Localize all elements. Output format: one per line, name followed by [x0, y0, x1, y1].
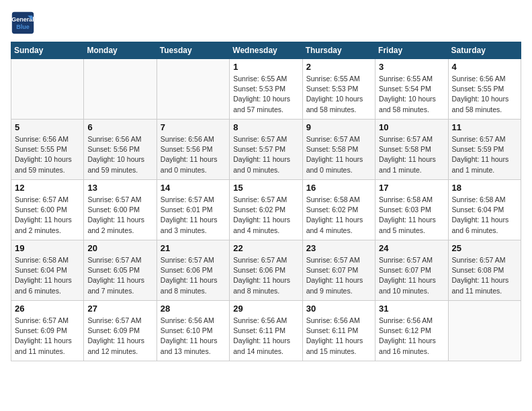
calendar-day-cell: 8Sunrise: 6:57 AM Sunset: 5:57 PM Daylig…	[230, 120, 302, 180]
day-number: 14	[161, 183, 226, 193]
calendar-day-cell: 6Sunrise: 6:56 AM Sunset: 5:56 PM Daylig…	[84, 120, 157, 180]
day-number: 29	[233, 304, 298, 314]
calendar-day-cell: 25Sunrise: 6:57 AM Sunset: 6:08 PM Dayli…	[448, 240, 521, 301]
day-number: 31	[379, 304, 444, 314]
day-info: Sunrise: 6:57 AM Sunset: 6:08 PM Dayligh…	[452, 255, 517, 296]
day-info: Sunrise: 6:58 AM Sunset: 6:02 PM Dayligh…	[306, 195, 371, 236]
day-number: 8	[233, 122, 298, 132]
calendar-day-cell	[84, 59, 157, 120]
day-info: Sunrise: 6:58 AM Sunset: 6:03 PM Dayligh…	[379, 195, 444, 236]
day-number: 13	[87, 183, 152, 193]
weekday-header: Friday	[375, 42, 448, 59]
day-info: Sunrise: 6:57 AM Sunset: 6:09 PM Dayligh…	[87, 316, 152, 357]
calendar-day-cell: 7Sunrise: 6:56 AM Sunset: 5:56 PM Daylig…	[157, 120, 229, 180]
calendar-week-row: 19Sunrise: 6:58 AM Sunset: 6:04 PM Dayli…	[11, 240, 521, 301]
calendar-week-row: 12Sunrise: 6:57 AM Sunset: 6:00 PM Dayli…	[11, 180, 521, 240]
calendar-day-cell: 26Sunrise: 6:57 AM Sunset: 6:09 PM Dayli…	[11, 301, 84, 361]
day-number: 5	[15, 122, 80, 132]
day-info: Sunrise: 6:55 AM Sunset: 5:54 PM Dayligh…	[379, 74, 444, 115]
calendar-day-cell: 1Sunrise: 6:55 AM Sunset: 5:53 PM Daylig…	[230, 59, 302, 120]
calendar-day-cell: 13Sunrise: 6:57 AM Sunset: 6:00 PM Dayli…	[84, 180, 157, 240]
calendar-day-cell	[157, 59, 229, 120]
day-info: Sunrise: 6:57 AM Sunset: 6:05 PM Dayligh…	[87, 255, 152, 296]
svg-text:Blue: Blue	[16, 24, 30, 30]
day-number: 3	[379, 62, 444, 72]
calendar-day-cell: 11Sunrise: 6:57 AM Sunset: 5:59 PM Dayli…	[448, 120, 521, 180]
logo: General Blue	[11, 11, 35, 35]
calendar-day-cell: 31Sunrise: 6:56 AM Sunset: 6:12 PM Dayli…	[375, 301, 448, 361]
calendar-day-cell: 15Sunrise: 6:57 AM Sunset: 6:02 PM Dayli…	[230, 180, 302, 240]
day-info: Sunrise: 6:56 AM Sunset: 6:11 PM Dayligh…	[233, 316, 298, 357]
day-number: 21	[161, 243, 226, 253]
calendar-table: SundayMondayTuesdayWednesdayThursdayFrid…	[11, 42, 521, 361]
day-number: 12	[15, 183, 80, 193]
day-info: Sunrise: 6:57 AM Sunset: 6:06 PM Dayligh…	[161, 255, 226, 296]
day-number: 2	[306, 62, 371, 72]
calendar-day-cell: 2Sunrise: 6:55 AM Sunset: 5:53 PM Daylig…	[302, 59, 375, 120]
day-info: Sunrise: 6:56 AM Sunset: 5:55 PM Dayligh…	[452, 74, 517, 115]
calendar-week-row: 1Sunrise: 6:55 AM Sunset: 5:53 PM Daylig…	[11, 59, 521, 120]
day-info: Sunrise: 6:56 AM Sunset: 6:10 PM Dayligh…	[161, 316, 226, 357]
calendar-day-cell: 27Sunrise: 6:57 AM Sunset: 6:09 PM Dayli…	[84, 301, 157, 361]
day-number: 27	[87, 304, 152, 314]
calendar-day-cell: 29Sunrise: 6:56 AM Sunset: 6:11 PM Dayli…	[230, 301, 302, 361]
calendar-day-cell	[11, 59, 84, 120]
day-number: 18	[452, 183, 517, 193]
weekday-header: Monday	[84, 42, 157, 59]
day-info: Sunrise: 6:58 AM Sunset: 6:04 PM Dayligh…	[15, 255, 80, 296]
calendar-day-cell: 23Sunrise: 6:57 AM Sunset: 6:07 PM Dayli…	[302, 240, 375, 301]
day-info: Sunrise: 6:57 AM Sunset: 6:00 PM Dayligh…	[15, 195, 80, 236]
day-number: 10	[379, 122, 444, 132]
calendar-week-row: 5Sunrise: 6:56 AM Sunset: 5:55 PM Daylig…	[11, 120, 521, 180]
weekday-header: Wednesday	[230, 42, 302, 59]
calendar-day-cell: 16Sunrise: 6:58 AM Sunset: 6:02 PM Dayli…	[302, 180, 375, 240]
day-info: Sunrise: 6:56 AM Sunset: 5:55 PM Dayligh…	[15, 134, 80, 175]
day-info: Sunrise: 6:57 AM Sunset: 6:00 PM Dayligh…	[87, 195, 152, 236]
calendar-day-cell: 17Sunrise: 6:58 AM Sunset: 6:03 PM Dayli…	[375, 180, 448, 240]
calendar-day-cell: 5Sunrise: 6:56 AM Sunset: 5:55 PM Daylig…	[11, 120, 84, 180]
day-info: Sunrise: 6:57 AM Sunset: 5:57 PM Dayligh…	[233, 134, 298, 175]
calendar-day-cell: 3Sunrise: 6:55 AM Sunset: 5:54 PM Daylig…	[375, 59, 448, 120]
calendar-day-cell	[448, 301, 521, 361]
calendar-day-cell: 30Sunrise: 6:56 AM Sunset: 6:11 PM Dayli…	[302, 301, 375, 361]
day-number: 22	[233, 243, 298, 253]
calendar-day-cell: 12Sunrise: 6:57 AM Sunset: 6:00 PM Dayli…	[11, 180, 84, 240]
weekday-header: Sunday	[11, 42, 84, 59]
day-number: 28	[161, 304, 226, 314]
day-number: 24	[379, 243, 444, 253]
calendar-day-cell: 18Sunrise: 6:58 AM Sunset: 6:04 PM Dayli…	[448, 180, 521, 240]
day-number: 23	[306, 243, 371, 253]
calendar-day-cell: 14Sunrise: 6:57 AM Sunset: 6:01 PM Dayli…	[157, 180, 229, 240]
page-header: General Blue	[11, 11, 521, 35]
day-info: Sunrise: 6:57 AM Sunset: 5:58 PM Dayligh…	[306, 134, 371, 175]
day-info: Sunrise: 6:57 AM Sunset: 6:06 PM Dayligh…	[233, 255, 298, 296]
day-info: Sunrise: 6:57 AM Sunset: 6:01 PM Dayligh…	[161, 195, 226, 236]
day-info: Sunrise: 6:55 AM Sunset: 5:53 PM Dayligh…	[306, 74, 371, 115]
day-number: 20	[87, 243, 152, 253]
day-info: Sunrise: 6:57 AM Sunset: 6:02 PM Dayligh…	[233, 195, 298, 236]
weekday-header: Thursday	[302, 42, 375, 59]
day-number: 17	[379, 183, 444, 193]
day-info: Sunrise: 6:56 AM Sunset: 5:56 PM Dayligh…	[87, 134, 152, 175]
day-number: 6	[87, 122, 152, 132]
day-number: 26	[15, 304, 80, 314]
day-info: Sunrise: 6:58 AM Sunset: 6:04 PM Dayligh…	[452, 195, 517, 236]
day-info: Sunrise: 6:56 AM Sunset: 5:56 PM Dayligh…	[161, 134, 226, 175]
day-info: Sunrise: 6:57 AM Sunset: 6:09 PM Dayligh…	[15, 316, 80, 357]
calendar-week-row: 26Sunrise: 6:57 AM Sunset: 6:09 PM Dayli…	[11, 301, 521, 361]
day-info: Sunrise: 6:56 AM Sunset: 6:11 PM Dayligh…	[306, 316, 371, 357]
day-number: 16	[306, 183, 371, 193]
calendar-day-cell: 4Sunrise: 6:56 AM Sunset: 5:55 PM Daylig…	[448, 59, 521, 120]
day-number: 25	[452, 243, 517, 253]
day-number: 4	[452, 62, 517, 72]
weekday-header: Saturday	[448, 42, 521, 59]
calendar-day-cell: 10Sunrise: 6:57 AM Sunset: 5:58 PM Dayli…	[375, 120, 448, 180]
day-info: Sunrise: 6:56 AM Sunset: 6:12 PM Dayligh…	[379, 316, 444, 357]
day-info: Sunrise: 6:57 AM Sunset: 6:07 PM Dayligh…	[379, 255, 444, 296]
calendar-day-cell: 9Sunrise: 6:57 AM Sunset: 5:58 PM Daylig…	[302, 120, 375, 180]
calendar-day-cell: 20Sunrise: 6:57 AM Sunset: 6:05 PM Dayli…	[84, 240, 157, 301]
calendar-day-cell: 21Sunrise: 6:57 AM Sunset: 6:06 PM Dayli…	[157, 240, 229, 301]
calendar-day-cell: 22Sunrise: 6:57 AM Sunset: 6:06 PM Dayli…	[230, 240, 302, 301]
calendar-day-cell: 24Sunrise: 6:57 AM Sunset: 6:07 PM Dayli…	[375, 240, 448, 301]
calendar-day-cell: 19Sunrise: 6:58 AM Sunset: 6:04 PM Dayli…	[11, 240, 84, 301]
